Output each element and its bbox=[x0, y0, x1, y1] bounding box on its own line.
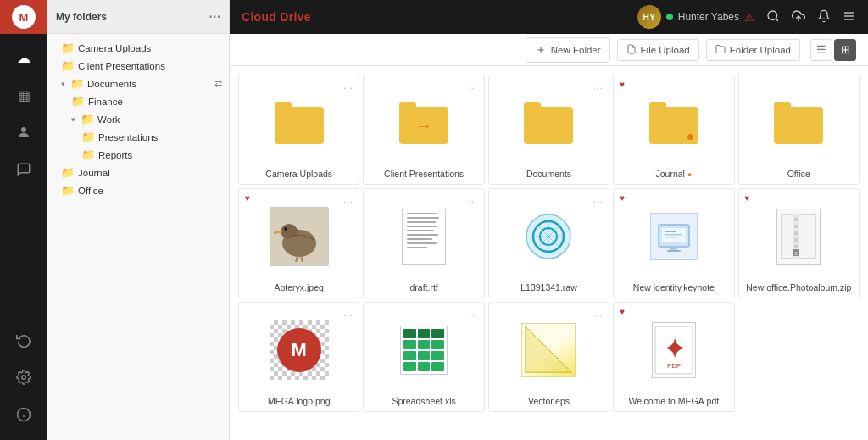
file-thumbnail bbox=[744, 81, 854, 165]
file-thumbnail: ✦ PDF bbox=[619, 308, 728, 393]
folder-icon: 📁 bbox=[81, 113, 94, 125]
upload-icon[interactable] bbox=[792, 9, 805, 25]
sidebar-item-work[interactable]: ▾ 📁 Work bbox=[47, 110, 229, 128]
file-upload-label: File Upload bbox=[641, 45, 690, 55]
more-options-icon[interactable]: … bbox=[342, 307, 353, 319]
file-card-vector-eps[interactable]: … Vector.eps bbox=[488, 302, 609, 412]
more-options-icon[interactable]: … bbox=[593, 80, 603, 92]
sidebar-item-finance[interactable]: 📁 Finance bbox=[47, 92, 229, 110]
file-name: Camera Uploads bbox=[244, 165, 353, 179]
more-options-icon[interactable]: … bbox=[593, 307, 603, 319]
file-thumbnail bbox=[244, 194, 353, 279]
user-name: Hunter Yabes bbox=[678, 11, 739, 23]
sidebar-item-camera-uploads[interactable]: 📁 Camera Uploads bbox=[47, 39, 229, 57]
file-thumbnail bbox=[494, 81, 604, 165]
nav-recycle[interactable] bbox=[7, 325, 41, 355]
file-card-spreadsheet[interactable]: … bbox=[363, 302, 484, 412]
file-name: Documents bbox=[494, 165, 604, 179]
new-folder-button[interactable]: ＋ New Folder bbox=[526, 37, 610, 63]
file-thumbnail bbox=[369, 308, 478, 393]
upload-file-icon bbox=[626, 44, 637, 56]
svg-point-0 bbox=[21, 127, 26, 132]
file-card-keynote[interactable]: ♥ New identity.keynote bbox=[613, 188, 734, 298]
file-thumbnail bbox=[369, 194, 478, 279]
file-thumbnail bbox=[494, 194, 604, 279]
nav-dashboard[interactable]: ▦ bbox=[7, 80, 41, 110]
file-card-raw[interactable]: … L1391341.raw bbox=[488, 188, 609, 298]
top-bar-right: HY Hunter Yabes ⚠ bbox=[637, 5, 856, 29]
more-options-icon[interactable]: … bbox=[468, 307, 478, 319]
file-thumbnail: M bbox=[244, 308, 353, 393]
more-options-icon[interactable]: … bbox=[468, 193, 478, 205]
nav-cloud-drive[interactable]: ☁ bbox=[7, 42, 41, 73]
more-options-icon[interactable]: … bbox=[342, 80, 353, 92]
sidebar-options-icon[interactable]: ⋯ bbox=[209, 10, 220, 24]
folder-label: Reports bbox=[98, 150, 132, 160]
sidebar-item-office[interactable]: 📁 Office bbox=[47, 181, 229, 199]
icon-bar: M ☁ ▦ bbox=[0, 0, 47, 440]
search-icon[interactable] bbox=[766, 9, 780, 25]
file-thumbnail bbox=[619, 194, 728, 279]
folder-icon: 📁 bbox=[61, 42, 75, 54]
svg-line-6 bbox=[776, 19, 778, 21]
file-upload-button[interactable]: File Upload bbox=[617, 39, 699, 61]
rtf-preview bbox=[402, 209, 446, 265]
file-card-journal[interactable]: ♥ Journal ● bbox=[613, 75, 734, 185]
svg-rect-28 bbox=[667, 250, 681, 252]
nav-settings[interactable] bbox=[7, 362, 41, 393]
menu-icon[interactable] bbox=[843, 9, 856, 25]
svg-rect-29 bbox=[665, 231, 676, 232]
mega-logo-preview: M bbox=[270, 320, 329, 380]
file-card-welcome-pdf[interactable]: ♥ ✦ PDF Welcome to MEGA.pdf bbox=[613, 302, 734, 412]
nav-chat[interactable] bbox=[7, 154, 41, 185]
raw-preview bbox=[523, 211, 574, 262]
folder-icon: 📁 bbox=[81, 131, 95, 143]
nav-users[interactable] bbox=[7, 117, 41, 148]
file-card-mega-logo[interactable]: … M MEGA logo.png bbox=[238, 302, 359, 412]
folder-icon: 📁 bbox=[61, 59, 75, 72]
folder-label: Documents bbox=[87, 79, 136, 89]
sidebar-item-documents[interactable]: ▾ 📁 Documents ⇄ bbox=[47, 75, 229, 92]
folder-icon: 📁 bbox=[81, 148, 95, 161]
folder-label: Client Presentations bbox=[78, 61, 165, 71]
file-card-photoalbum-zip[interactable]: ♥ Z bbox=[738, 188, 860, 298]
file-name: Spreadsheet.xls bbox=[369, 393, 478, 406]
svg-marker-41 bbox=[526, 326, 571, 372]
sidebar-item-reports[interactable]: 📁 Reports bbox=[47, 146, 229, 164]
folder-icon: 📁 bbox=[61, 166, 75, 179]
top-bar: Cloud Drive HY Hunter Yabes ⚠ bbox=[230, 0, 868, 34]
favorite-icon: ♥ bbox=[620, 307, 625, 316]
more-options-icon[interactable]: … bbox=[468, 80, 478, 92]
svg-rect-34 bbox=[794, 218, 798, 221]
more-options-icon[interactable]: … bbox=[342, 193, 353, 205]
file-card-client-presentations[interactable]: … → Client Presentations bbox=[363, 75, 484, 185]
grid-view-button[interactable]: ⊞ bbox=[834, 39, 856, 61]
list-view-button[interactable]: ☰ bbox=[810, 39, 832, 61]
file-thumbnail bbox=[619, 81, 728, 165]
more-options-icon[interactable]: … bbox=[593, 193, 603, 205]
svg-rect-31 bbox=[665, 237, 678, 238]
sidebar-item-presentations[interactable]: 📁 Presentations bbox=[47, 128, 229, 146]
favorite-icon: ♥ bbox=[745, 193, 750, 203]
main-area: Cloud Drive HY Hunter Yabes ⚠ bbox=[230, 0, 868, 440]
svg-rect-36 bbox=[794, 231, 798, 235]
my-folders-label: My folders bbox=[56, 11, 107, 23]
notifications-icon[interactable] bbox=[817, 9, 831, 25]
svg-text:PDF: PDF bbox=[667, 362, 681, 370]
sidebar-item-journal[interactable]: 📁 Journal bbox=[47, 164, 229, 181]
file-card-draft-rtf[interactable]: … draft.rtf bbox=[363, 188, 484, 298]
favorite-icon: ♥ bbox=[245, 193, 250, 203]
file-card-apteryx[interactable]: ♥ … bbox=[238, 188, 359, 298]
file-card-camera-uploads[interactable]: … Camera Uploads bbox=[238, 75, 359, 185]
nav-info[interactable] bbox=[7, 399, 41, 430]
file-card-office[interactable]: Office bbox=[738, 75, 860, 185]
folder-upload-button[interactable]: Folder Upload bbox=[706, 39, 800, 61]
nav-icons-top: ☁ ▦ bbox=[0, 34, 47, 325]
file-thumbnail bbox=[494, 308, 604, 393]
file-card-documents[interactable]: … Documents bbox=[488, 75, 609, 185]
svg-rect-27 bbox=[670, 247, 677, 250]
folder-icon: 📁 bbox=[71, 95, 85, 108]
app-logo-area: M bbox=[0, 0, 47, 34]
sidebar-item-client-presentations[interactable]: 📁 Client Presentations bbox=[47, 57, 229, 75]
file-name: Journal ● bbox=[619, 165, 728, 179]
